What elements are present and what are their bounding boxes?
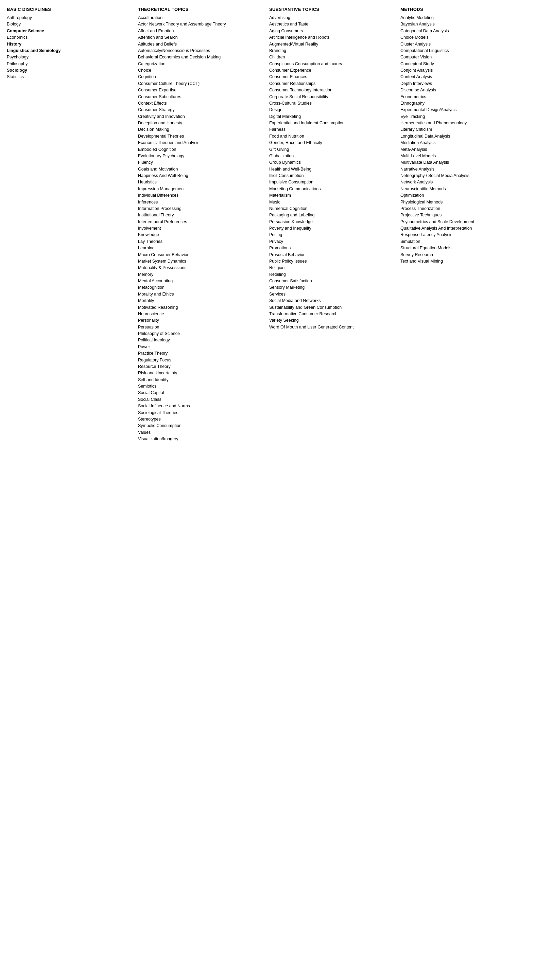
list-item: Philosophy bbox=[7, 61, 134, 67]
list-item: Political Ideology bbox=[138, 337, 266, 344]
list-item: Depth Interviews bbox=[401, 81, 528, 87]
list-item: Longitudinal Data Analysis bbox=[401, 133, 528, 140]
column-basic-disciplines: BASIC DISCIPLINESAnthropologyBiologyComp… bbox=[7, 7, 134, 442]
list-item: Augmented/Virtual Reality bbox=[269, 41, 397, 48]
list-item: Corporate Social Responsibility bbox=[269, 94, 397, 100]
list-item: Choice bbox=[138, 67, 266, 74]
list-item: Variety Seeking bbox=[269, 317, 397, 324]
list-item: Involvement bbox=[138, 225, 266, 232]
list-item: Analytic Modeling bbox=[401, 14, 528, 21]
list-item: Market System Dynamics bbox=[138, 258, 266, 265]
list-item: Computer Vision bbox=[401, 54, 528, 60]
list-item: Aesthetics and Taste bbox=[269, 21, 397, 27]
list-item: Institutional Theory bbox=[138, 212, 266, 218]
list-item: Poverty and Inequality bbox=[269, 225, 397, 232]
list-item: Word Of Mouth and User Generated Content bbox=[269, 324, 397, 331]
list-item: Conceptual Study bbox=[401, 61, 528, 67]
list-item: Consumer Technology Interaction bbox=[269, 87, 397, 94]
list-item: Consumer Finances bbox=[269, 74, 397, 80]
list-item: Memory bbox=[138, 271, 266, 278]
list-item: Computational Linguistics bbox=[401, 48, 528, 54]
list-item: Artificial Intelligence and Robots bbox=[269, 34, 397, 41]
list-item: Risk and Uncertainty bbox=[138, 370, 266, 376]
list-item: Optimization bbox=[401, 192, 528, 199]
list-item: Mental Accounting bbox=[138, 278, 266, 284]
list-item: Power bbox=[138, 344, 266, 350]
list-item: Social Influence and Norms bbox=[138, 403, 266, 409]
list-item: Values bbox=[138, 430, 266, 436]
list-item: Health and Well-Being bbox=[269, 166, 397, 173]
list-item: Fairness bbox=[269, 126, 397, 133]
list-item: Consumer Subcultures bbox=[138, 94, 266, 100]
list-item: Materialism bbox=[269, 192, 397, 199]
list-item: Mortality bbox=[138, 298, 266, 304]
list-item: Semiotics bbox=[138, 383, 266, 390]
list-item: Philosophy of Science bbox=[138, 331, 266, 337]
list-item: Decision Making bbox=[138, 126, 266, 133]
list-item: Deception and Honesty bbox=[138, 120, 266, 126]
list-item: Meta-Analysis bbox=[401, 146, 528, 153]
list-item: Inferences bbox=[138, 199, 266, 205]
list-item: Evolutionary Psychology bbox=[138, 153, 266, 159]
list-item: Metacognition bbox=[138, 284, 266, 291]
list-item: Creativity and Innovation bbox=[138, 113, 266, 120]
list-item: Neuroscience bbox=[138, 311, 266, 317]
list-item: Netnography / Social Media Analysis bbox=[401, 173, 528, 179]
list-item: Hermeneutics and Phenomenology bbox=[401, 120, 528, 126]
column-theoretical-topics: THEORETICAL TOPICSAcculturationActor Net… bbox=[138, 7, 266, 442]
list-item: Goals and Motivation bbox=[138, 166, 266, 173]
list-item: Behavioral Economics and Decision Making bbox=[138, 54, 266, 60]
list-item: Public Policy Issues bbox=[269, 258, 397, 265]
list-item: Computer Science bbox=[7, 28, 134, 34]
list-item: Prosocial Behavior bbox=[269, 252, 397, 258]
list-item: Gender, Race, and Ethnicity bbox=[269, 140, 397, 146]
column-substantive-topics: SUBSTANTIVE TOPICSAdvertisingAesthetics … bbox=[269, 7, 397, 442]
list-item: Persuasion Knowledge bbox=[269, 219, 397, 225]
list-item: Macro Consumer Behavior bbox=[138, 252, 266, 258]
list-item: Literary Criticism bbox=[401, 126, 528, 133]
list-item: Survey Research bbox=[401, 252, 528, 258]
list-item: Network Analysis bbox=[401, 179, 528, 186]
list-item: Sociological Theories bbox=[138, 410, 266, 416]
list-item: Categorization bbox=[138, 61, 266, 67]
list-item: Globalization bbox=[269, 153, 397, 159]
list-item: Mediation Analysis bbox=[401, 140, 528, 146]
list-item: Music bbox=[269, 199, 397, 205]
list-item: Attitudes and Beliefs bbox=[138, 41, 266, 48]
list-item: Illicit Consumption bbox=[269, 173, 397, 179]
list-item: Embodied Cognition bbox=[138, 146, 266, 153]
list-item: Packaging and Labeling bbox=[269, 212, 397, 218]
list-item: Children bbox=[269, 54, 397, 60]
list-item: Economics bbox=[7, 34, 134, 41]
list-item: Categorical Data Analysis bbox=[401, 28, 528, 34]
list-item: Consumer Strategy bbox=[138, 107, 266, 113]
list-item: Narrative Analysis bbox=[401, 166, 528, 173]
list-item: Qualitative Analysis And Interpretation bbox=[401, 225, 528, 232]
list-item: Response Latency Analysis bbox=[401, 232, 528, 238]
list-item: Resource Theory bbox=[138, 363, 266, 370]
list-item: Individual Differences bbox=[138, 192, 266, 199]
list-item: Gift Giving bbox=[269, 146, 397, 153]
list-item: Social Class bbox=[138, 396, 266, 403]
list-item: Neuroscientific Methods bbox=[401, 186, 528, 192]
list-item: Experimental Design/Analysis bbox=[401, 107, 528, 113]
list-item: Group Dynamics bbox=[269, 159, 397, 166]
list-item: Acculturation bbox=[138, 14, 266, 21]
list-item: Learning bbox=[138, 245, 266, 251]
list-item: Advertising bbox=[269, 14, 397, 21]
list-item: Sensory Marketing bbox=[269, 284, 397, 291]
column-header-substantive-topics: SUBSTANTIVE TOPICS bbox=[269, 7, 397, 12]
list-item: Privacy bbox=[269, 239, 397, 245]
list-item: Fluency bbox=[138, 159, 266, 166]
list-item: Multivariate Data Analysis bbox=[401, 159, 528, 166]
list-item: Numerical Cognition bbox=[269, 205, 397, 212]
list-item: Promotions bbox=[269, 245, 397, 251]
list-item: Happiness And Well-Being bbox=[138, 173, 266, 179]
list-item: Services bbox=[269, 291, 397, 298]
list-item: Lay Theories bbox=[138, 239, 266, 245]
list-item: Social Capital bbox=[138, 390, 266, 396]
list-item: Branding bbox=[269, 48, 397, 54]
list-item: Conspicuous Consumption and Luxury bbox=[269, 61, 397, 67]
list-item: Practice Theory bbox=[138, 350, 266, 357]
list-item: Econometrics bbox=[401, 94, 528, 100]
